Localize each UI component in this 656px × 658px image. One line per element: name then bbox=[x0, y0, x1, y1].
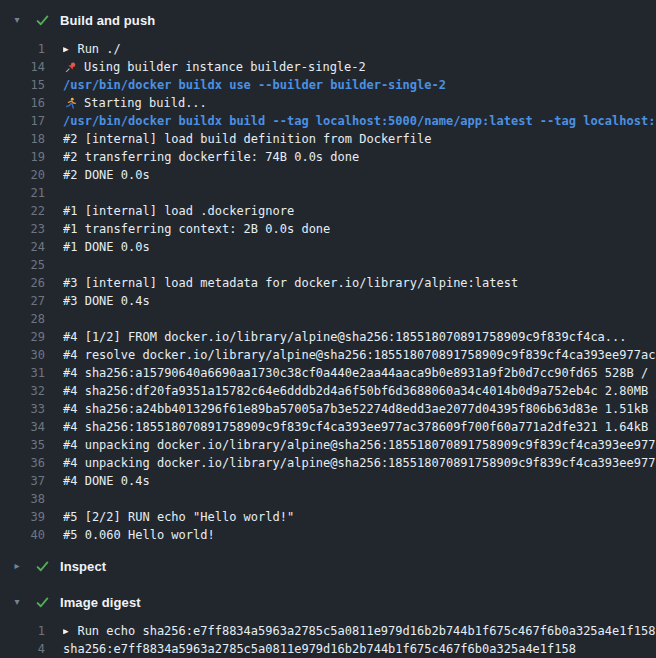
command-text: /usr/bin/docker buildx build --tag local… bbox=[63, 112, 656, 130]
log-text: #1 [internal] load .dockerignore bbox=[63, 202, 656, 220]
log-text-value: #4 DONE 0.4s bbox=[63, 472, 150, 490]
chevron-down-icon[interactable]: ▾ bbox=[10, 588, 24, 616]
line-number[interactable]: 4 bbox=[0, 640, 45, 658]
log-line[interactable]: 28 bbox=[0, 310, 656, 328]
log-text bbox=[63, 310, 656, 328]
log-line[interactable]: 24#1 DONE 0.0s bbox=[0, 238, 656, 256]
log-text: ▶Run ./ bbox=[63, 40, 656, 58]
log-text: #3 [internal] load metadata for docker.i… bbox=[63, 274, 656, 292]
log-line[interactable]: 29#4 [1/2] FROM docker.io/library/alpine… bbox=[0, 328, 656, 346]
line-number[interactable]: 1 bbox=[0, 622, 45, 640]
log-line[interactable]: 16Starting build... bbox=[0, 94, 656, 112]
log-text: #3 DONE 0.4s bbox=[63, 292, 656, 310]
log-line[interactable]: 23#1 transferring context: 2B 0.0s done bbox=[0, 220, 656, 238]
chevron-right-icon[interactable]: ▸ bbox=[10, 552, 24, 580]
line-number[interactable]: 39 bbox=[0, 508, 45, 526]
log-line[interactable]: 1▶Run echo sha256:e7ff8834a5963a2785c5a0… bbox=[0, 622, 656, 640]
log-line[interactable]: 25 bbox=[0, 256, 656, 274]
log-text-value: #4 sha256:a15790640a6690aa1730c38cf0a440… bbox=[63, 364, 656, 382]
line-number[interactable]: 20 bbox=[0, 166, 45, 184]
line-number[interactable]: 37 bbox=[0, 472, 45, 490]
log-line[interactable]: 4sha256:e7ff8834a5963a2785c5a0811e979d16… bbox=[0, 640, 656, 658]
log-line[interactable]: 38 bbox=[0, 490, 656, 508]
log-line[interactable]: 39#5 [2/2] RUN echo "Hello world!" bbox=[0, 508, 656, 526]
section-title: Inspect bbox=[60, 559, 106, 574]
line-number[interactable]: 15 bbox=[0, 76, 45, 94]
log-text: #4 sha256:df20fa9351a15782c64e6dddb2d4a6… bbox=[63, 382, 656, 400]
log-line[interactable]: 21 bbox=[0, 184, 656, 202]
log-line[interactable]: 18#2 [internal] load build definition fr… bbox=[0, 130, 656, 148]
log-line[interactable]: 20#2 DONE 0.0s bbox=[0, 166, 656, 184]
line-number[interactable]: 19 bbox=[0, 148, 45, 166]
line-number[interactable]: 22 bbox=[0, 202, 45, 220]
line-number[interactable]: 40 bbox=[0, 526, 45, 544]
line-number[interactable]: 34 bbox=[0, 418, 45, 436]
line-number[interactable]: 32 bbox=[0, 382, 45, 400]
line-number[interactable]: 29 bbox=[0, 328, 45, 346]
log-text: #2 [internal] load build definition from… bbox=[63, 130, 656, 148]
log-line[interactable]: 36#4 unpacking docker.io/library/alpine@… bbox=[0, 454, 656, 472]
log-text-value: #1 DONE 0.0s bbox=[63, 238, 150, 256]
line-number[interactable]: 26 bbox=[0, 274, 45, 292]
section-header-image-digest[interactable]: ▾Image digest bbox=[0, 588, 656, 616]
log-line[interactable]: 34#4 sha256:185518070891758909c9f839cf4c… bbox=[0, 418, 656, 436]
log-line[interactable]: 30#4 resolve docker.io/library/alpine@sh… bbox=[0, 346, 656, 364]
log-line[interactable]: 40#5 0.060 Hello world! bbox=[0, 526, 656, 544]
line-number[interactable]: 14 bbox=[0, 58, 45, 76]
log-line[interactable]: 15/usr/bin/docker buildx use --builder b… bbox=[0, 76, 656, 94]
line-number[interactable]: 16 bbox=[0, 94, 45, 112]
line-number[interactable]: 21 bbox=[0, 184, 45, 202]
log-text: #1 transferring context: 2B 0.0s done bbox=[63, 220, 656, 238]
log-text: #2 transferring dockerfile: 74B 0.0s don… bbox=[63, 148, 656, 166]
log-text-value: Run echo sha256:e7ff8834a5963a2785c5a081… bbox=[77, 622, 655, 640]
log-line[interactable]: 32#4 sha256:df20fa9351a15782c64e6dddb2d4… bbox=[0, 382, 656, 400]
section-header-build-and-push[interactable]: ▾Build and push bbox=[0, 6, 656, 34]
log-line[interactable]: 17/usr/bin/docker buildx build --tag loc… bbox=[0, 112, 656, 130]
log-text-value: #2 [internal] load build definition from… bbox=[63, 130, 431, 148]
log-line[interactable]: 27#3 DONE 0.4s bbox=[0, 292, 656, 310]
line-number[interactable]: 23 bbox=[0, 220, 45, 238]
log-line[interactable]: 33#4 sha256:a24bb4013296f61e89ba57005a7b… bbox=[0, 400, 656, 418]
line-number[interactable]: 28 bbox=[0, 310, 45, 328]
line-number[interactable]: 38 bbox=[0, 490, 45, 508]
pushpin-icon bbox=[63, 60, 77, 74]
log-text-value: Starting build... bbox=[84, 94, 207, 112]
log-line[interactable]: 14Using builder instance builder-single-… bbox=[0, 58, 656, 76]
log-line[interactable]: 26#3 [internal] load metadata for docker… bbox=[0, 274, 656, 292]
log-line[interactable]: 35#4 unpacking docker.io/library/alpine@… bbox=[0, 436, 656, 454]
line-number[interactable]: 27 bbox=[0, 292, 45, 310]
line-number[interactable]: 30 bbox=[0, 346, 45, 364]
line-number[interactable]: 24 bbox=[0, 238, 45, 256]
log-text-value: Run ./ bbox=[77, 40, 120, 58]
run-expander-icon[interactable]: ▶ bbox=[63, 40, 68, 58]
section-header-inspect[interactable]: ▸Inspect bbox=[0, 552, 656, 580]
log-text-value: #5 0.060 Hello world! bbox=[63, 526, 215, 544]
line-number[interactable]: 1 bbox=[0, 40, 45, 58]
check-icon bbox=[34, 12, 50, 28]
run-expander-icon[interactable]: ▶ bbox=[63, 622, 68, 640]
line-number[interactable]: 17 bbox=[0, 112, 45, 130]
line-number[interactable]: 25 bbox=[0, 256, 45, 274]
log-line[interactable]: 37#4 DONE 0.4s bbox=[0, 472, 656, 490]
log-text: #5 0.060 Hello world! bbox=[63, 526, 656, 544]
log-text-value: #4 sha256:df20fa9351a15782c64e6dddb2d4a6… bbox=[63, 382, 656, 400]
command-text: /usr/bin/docker buildx use --builder bui… bbox=[63, 76, 656, 94]
log-text: #5 [2/2] RUN echo "Hello world!" bbox=[63, 508, 656, 526]
line-number[interactable]: 36 bbox=[0, 454, 45, 472]
log-text: #4 sha256:185518070891758909c9f839cf4ca3… bbox=[63, 418, 656, 436]
log-line[interactable]: 31#4 sha256:a15790640a6690aa1730c38cf0a4… bbox=[0, 364, 656, 382]
log-line[interactable]: 19#2 transferring dockerfile: 74B 0.0s d… bbox=[0, 148, 656, 166]
line-number[interactable]: 18 bbox=[0, 130, 45, 148]
log-text bbox=[63, 256, 656, 274]
line-number[interactable]: 35 bbox=[0, 436, 45, 454]
log-text: ▶Run echo sha256:e7ff8834a5963a2785c5a08… bbox=[63, 622, 656, 640]
log-text-value: #2 transferring dockerfile: 74B 0.0s don… bbox=[63, 148, 359, 166]
line-number[interactable]: 31 bbox=[0, 364, 45, 382]
log-lines: 1▶Run ./14Using builder instance builder… bbox=[0, 40, 656, 544]
line-number[interactable]: 33 bbox=[0, 400, 45, 418]
log-line[interactable]: 22#1 [internal] load .dockerignore bbox=[0, 202, 656, 220]
chevron-down-icon[interactable]: ▾ bbox=[10, 6, 24, 34]
log-line[interactable]: 1▶Run ./ bbox=[0, 40, 656, 58]
section-title: Image digest bbox=[60, 595, 141, 610]
log-text-value: #1 transferring context: 2B 0.0s done bbox=[63, 220, 330, 238]
